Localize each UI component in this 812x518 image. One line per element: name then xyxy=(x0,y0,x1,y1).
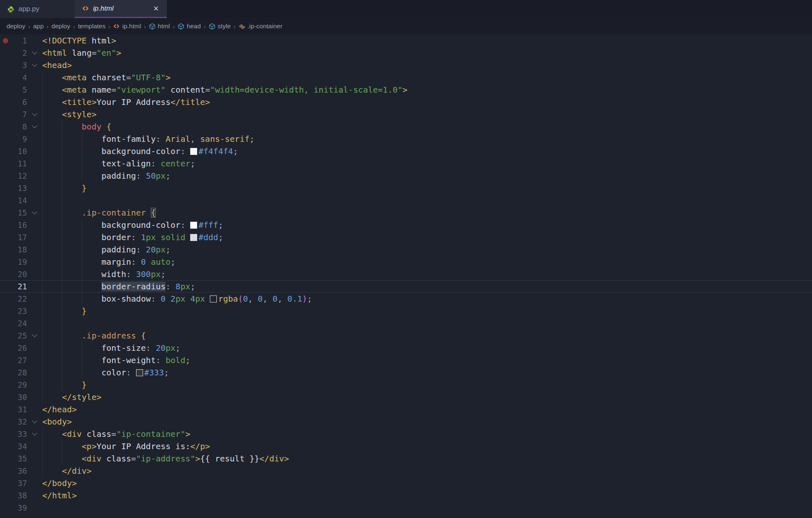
line-number[interactable]: 15 xyxy=(11,207,27,219)
code-line-23[interactable]: 23} xyxy=(0,305,812,317)
breakpoint-gutter[interactable] xyxy=(0,207,11,219)
breakpoint-gutter[interactable] xyxy=(0,170,11,182)
code-line-25[interactable]: 25.ip-address { xyxy=(0,329,812,342)
line-number[interactable]: 11 xyxy=(11,157,27,170)
color-swatch[interactable] xyxy=(190,148,197,155)
code-line-27[interactable]: 27font-weight: bold; xyxy=(0,354,812,366)
code-line-21[interactable]: 21border-radius: 8px; xyxy=(0,280,812,293)
breakpoint-gutter[interactable] xyxy=(0,268,11,280)
fold-chevron-icon[interactable] xyxy=(27,47,42,59)
close-icon[interactable]: × xyxy=(152,4,159,13)
breadcrumb-item-style[interactable]: style xyxy=(209,23,231,30)
code-line-33[interactable]: 33<div class="ip-container"> xyxy=(0,428,812,440)
line-number[interactable]: 39 xyxy=(11,502,27,514)
breakpoint-gutter[interactable] xyxy=(0,403,11,416)
breakpoint-gutter[interactable] xyxy=(0,108,11,120)
breakpoint-gutter[interactable] xyxy=(0,182,11,194)
breakpoint-gutter[interactable] xyxy=(0,428,11,440)
line-number[interactable]: 12 xyxy=(11,170,27,182)
fold-chevron-icon[interactable] xyxy=(27,59,42,71)
code-line-3[interactable]: 3<head> xyxy=(0,59,812,71)
line-number[interactable]: 29 xyxy=(11,379,27,391)
breakpoint-gutter[interactable] xyxy=(0,317,11,329)
code-line-31[interactable]: 31</head> xyxy=(0,403,812,416)
code-line-29[interactable]: 29} xyxy=(0,379,812,391)
breakpoint-gutter[interactable] xyxy=(0,354,11,366)
breakpoint-gutter[interactable] xyxy=(0,465,11,477)
code-line-7[interactable]: 7<style> xyxy=(0,108,812,120)
line-number[interactable]: 32 xyxy=(11,416,27,428)
fold-chevron-icon[interactable] xyxy=(27,428,42,440)
code-line-5[interactable]: 5<meta name="viewport" content="width=de… xyxy=(0,84,812,96)
code-line-8[interactable]: 8body { xyxy=(0,120,812,133)
breakpoint-gutter[interactable] xyxy=(0,219,11,231)
breadcrumb-item-app[interactable]: app xyxy=(33,23,44,30)
line-number[interactable]: 20 xyxy=(11,268,27,280)
line-number[interactable]: 34 xyxy=(11,440,27,452)
line-number[interactable]: 23 xyxy=(11,305,27,317)
breakpoint-dot[interactable] xyxy=(3,38,8,43)
breadcrumb-item-html[interactable]: html xyxy=(149,23,170,30)
code-editor[interactable]: 1<!DOCTYPE html>2<html lang="en">3<head>… xyxy=(0,34,812,518)
code-line-1[interactable]: 1<!DOCTYPE html> xyxy=(0,34,812,47)
breadcrumb-item-head[interactable]: head xyxy=(177,23,200,30)
line-number[interactable]: 28 xyxy=(11,366,27,379)
breakpoint-gutter[interactable] xyxy=(0,366,11,379)
line-number[interactable]: 35 xyxy=(11,452,27,465)
line-number[interactable]: 10 xyxy=(11,145,27,157)
breakpoint-gutter[interactable] xyxy=(0,452,11,465)
breakpoint-gutter[interactable] xyxy=(0,157,11,170)
code-line-16[interactable]: 16background-color: #fff; xyxy=(0,219,812,231)
code-line-18[interactable]: 18padding: 20px; xyxy=(0,243,812,256)
code-line-34[interactable]: 34<p>Your IP Address is:</p> xyxy=(0,440,812,452)
breakpoint-gutter[interactable] xyxy=(0,440,11,452)
line-number[interactable]: 14 xyxy=(11,194,27,207)
breakpoint-gutter[interactable] xyxy=(0,120,11,133)
color-swatch[interactable] xyxy=(136,369,143,376)
breakpoint-gutter[interactable] xyxy=(0,84,11,96)
breadcrumb-item-templates[interactable]: templates xyxy=(78,23,105,30)
code-line-28[interactable]: 28color: #333; xyxy=(0,366,812,379)
line-number[interactable]: 18 xyxy=(11,243,27,256)
breakpoint-dot[interactable] xyxy=(0,34,11,47)
line-number[interactable]: 1 xyxy=(11,34,27,47)
line-number[interactable]: 17 xyxy=(11,231,27,243)
fold-chevron-icon[interactable] xyxy=(27,120,42,133)
breakpoint-gutter[interactable] xyxy=(0,71,11,84)
breakpoint-gutter[interactable] xyxy=(0,293,11,305)
color-swatch[interactable] xyxy=(190,234,197,241)
line-number[interactable]: 16 xyxy=(11,219,27,231)
line-number[interactable]: 19 xyxy=(11,256,27,268)
code-line-32[interactable]: 32<body> xyxy=(0,416,812,428)
breadcrumb-item-deploy[interactable]: deploy xyxy=(52,23,71,30)
color-swatch[interactable] xyxy=(210,295,217,302)
breakpoint-gutter[interactable] xyxy=(0,194,11,207)
code-line-38[interactable]: 38</html> xyxy=(0,489,812,502)
code-line-19[interactable]: 19margin: 0 auto; xyxy=(0,256,812,268)
line-number[interactable]: 26 xyxy=(11,342,27,354)
line-number[interactable]: 33 xyxy=(11,428,27,440)
line-number[interactable]: 31 xyxy=(11,403,27,416)
code-line-6[interactable]: 6<title>Your IP Address</title> xyxy=(0,96,812,108)
code-line-13[interactable]: 13} xyxy=(0,182,812,194)
color-swatch[interactable] xyxy=(190,222,197,229)
line-number[interactable]: 36 xyxy=(11,465,27,477)
breakpoint-gutter[interactable] xyxy=(0,59,11,71)
line-number[interactable]: 6 xyxy=(11,96,27,108)
tab-app-py[interactable]: app.py xyxy=(0,0,75,18)
breakpoint-gutter[interactable] xyxy=(0,391,11,403)
code-line-14[interactable]: 14 xyxy=(0,194,812,207)
code-line-20[interactable]: 20width: 300px; xyxy=(0,268,812,280)
code-line-35[interactable]: 35<div class="ip-address">{{ result }}</… xyxy=(0,452,812,465)
line-number[interactable]: 30 xyxy=(11,391,27,403)
fold-chevron-icon[interactable] xyxy=(27,108,42,120)
breadcrumb-item-deploy[interactable]: deploy xyxy=(7,23,25,30)
code-line-15[interactable]: 15.ip-container { xyxy=(0,207,812,219)
code-line-10[interactable]: 10background-color: #f4f4f4; xyxy=(0,145,812,157)
line-number[interactable]: 4 xyxy=(11,71,27,84)
breakpoint-gutter[interactable] xyxy=(0,133,11,145)
tab-ip-html[interactable]: ip.html × xyxy=(75,0,167,18)
fold-chevron-icon[interactable] xyxy=(27,416,42,428)
line-number[interactable]: 13 xyxy=(11,182,27,194)
code-line-37[interactable]: 37</body> xyxy=(0,477,812,489)
